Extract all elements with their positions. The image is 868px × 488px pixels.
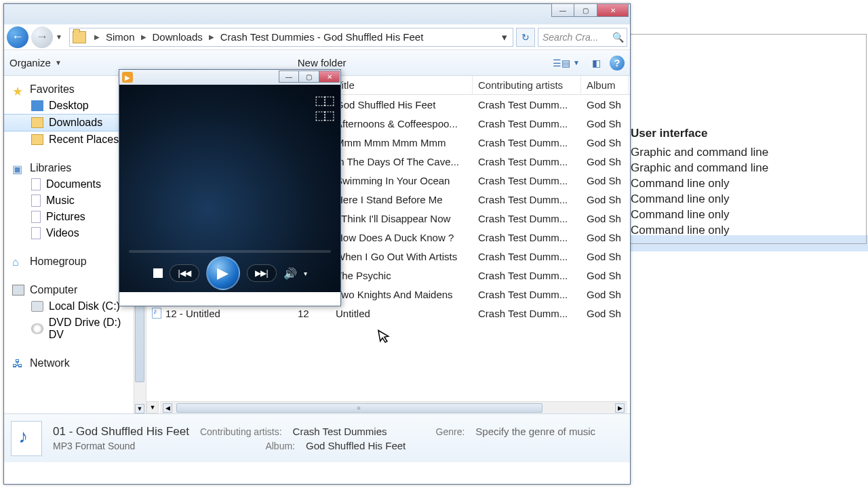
homegroup-icon: ⌂ bbox=[12, 256, 24, 267]
bg-cell: Command line only bbox=[631, 222, 768, 238]
new-folder-button[interactable]: New folder bbox=[67, 57, 347, 68]
file-type-icon bbox=[11, 421, 42, 456]
help-button[interactable]: ? bbox=[610, 56, 625, 70]
details-genre-label: Genre: bbox=[436, 426, 465, 437]
organize-label: Organize bbox=[9, 57, 51, 68]
list-icon: ☰▤ bbox=[553, 58, 570, 68]
horizontal-scrollbar[interactable]: ◀ ≡ ▶ bbox=[160, 401, 627, 413]
table-row[interactable]: 12 - Untitled12UntitledCrash Test Dumm..… bbox=[146, 304, 630, 323]
next-button[interactable]: ▶▶| bbox=[247, 264, 277, 282]
organize-menu[interactable]: Organize ▼ bbox=[9, 57, 62, 68]
mp-minimize-button[interactable]: — bbox=[279, 70, 299, 83]
stop-button[interactable] bbox=[153, 268, 163, 278]
playback-controls: |◀◀ ▶ ▶▶| 🔊 ▾ bbox=[119, 258, 340, 288]
desktop-icon bbox=[31, 100, 43, 111]
media-player-visualization: ⬚⬚⬚⬚ |◀◀ ▶ ▶▶| 🔊 ▾ bbox=[119, 85, 340, 292]
navigation-bar: ← → ▼ ▶ Simon ▶ Downloads ▶ Crash Test D… bbox=[4, 24, 630, 50]
refresh-button[interactable]: ↻ bbox=[516, 28, 535, 47]
bg-cell: Command line only bbox=[631, 207, 768, 222]
window-titlebar[interactable]: — ▢ ✕ bbox=[4, 4, 630, 24]
details-artist-label: Contributing artists: bbox=[200, 426, 282, 437]
wmp-icon: ▶ bbox=[122, 72, 133, 83]
volume-icon[interactable]: 🔊 bbox=[283, 267, 297, 280]
pane-icon: ◧ bbox=[592, 58, 601, 68]
details-filename: 01 - God Shuffled His Feet bbox=[53, 425, 189, 439]
sidebar-dvd-drive[interactable]: DVD Drive (D:) DV bbox=[4, 314, 146, 343]
bg-cell: Command line only bbox=[631, 191, 768, 207]
preview-pane-toggle[interactable]: ◧ bbox=[589, 56, 604, 70]
details-pane: 01 - God Shuffled His Feet Contributing … bbox=[4, 413, 630, 462]
previous-button[interactable]: |◀◀ bbox=[170, 264, 199, 282]
bg-col-header: User interface bbox=[631, 125, 707, 141]
pictures-icon bbox=[31, 211, 41, 223]
seek-bar[interactable] bbox=[129, 250, 331, 253]
scroll-left-arrow[interactable]: ◀ bbox=[163, 403, 172, 413]
computer-icon bbox=[12, 285, 24, 296]
folder-icon bbox=[31, 134, 43, 145]
address-dropdown[interactable]: ▾ bbox=[499, 31, 510, 43]
search-placeholder: Search Cra... bbox=[542, 32, 598, 43]
details-album-value: God Shuffled His Feet bbox=[306, 440, 406, 451]
address-bar[interactable]: ▶ Simon ▶ Downloads ▶ Crash Test Dummies… bbox=[69, 28, 513, 47]
close-button[interactable]: ✕ bbox=[597, 3, 629, 17]
folder-icon bbox=[73, 31, 86, 43]
details-filetype: MP3 Format Sound bbox=[53, 441, 135, 451]
star-icon: ★ bbox=[12, 84, 24, 95]
music-icon bbox=[31, 195, 41, 207]
breadcrumb-item[interactable]: Downloads bbox=[151, 31, 205, 43]
volume-dropdown[interactable]: ▾ bbox=[304, 270, 307, 277]
media-player-window[interactable]: ▶ — ▢ ✕ ⬚⬚⬚⬚ |◀◀ ▶ ▶▶| 🔊 ▾ bbox=[119, 69, 341, 306]
bg-cell: Command line only bbox=[631, 176, 768, 191]
videos-icon bbox=[31, 227, 41, 239]
breadcrumb-sep: ▶ bbox=[90, 33, 104, 41]
breadcrumb-item[interactable]: Crash Test Dummies - God Shuffled His Fe… bbox=[218, 31, 426, 43]
library-icon: ▣ bbox=[12, 163, 24, 174]
bg-cell: Graphic and command line bbox=[631, 144, 768, 160]
dvd-icon bbox=[31, 323, 43, 334]
caret-icon: ▼ bbox=[55, 59, 62, 66]
scroll-down-arrow[interactable]: ▼ bbox=[135, 404, 144, 413]
media-player-titlebar[interactable]: ▶ — ▢ ✕ bbox=[119, 70, 340, 85]
mp-close-button[interactable]: ✕ bbox=[319, 70, 340, 83]
music-file-icon bbox=[152, 308, 161, 319]
scrollbar-thumb[interactable]: ≡ bbox=[176, 403, 542, 413]
folder-icon bbox=[31, 117, 43, 128]
col-artist[interactable]: Contributing artists bbox=[473, 76, 581, 94]
disk-icon bbox=[31, 301, 43, 312]
col-title[interactable]: Title bbox=[330, 76, 473, 94]
breadcrumb-sep: ▶ bbox=[137, 33, 151, 41]
maximize-button[interactable]: ▢ bbox=[574, 3, 597, 17]
history-dropdown[interactable]: ▼ bbox=[56, 33, 66, 41]
forward-button[interactable]: → bbox=[31, 26, 53, 48]
back-button[interactable]: ← bbox=[7, 26, 28, 48]
scroll-corner[interactable]: ▼ bbox=[146, 401, 159, 413]
search-icon: 🔍 bbox=[612, 32, 624, 43]
bg-cell: Graphic and command line bbox=[631, 160, 768, 176]
view-options[interactable]: ☰▤▼ bbox=[549, 56, 583, 70]
details-genre-value[interactable]: Specify the genre of music bbox=[475, 426, 595, 437]
details-album-label: Album: bbox=[265, 441, 295, 451]
sidebar-network[interactable]: 🖧Network bbox=[4, 355, 146, 371]
document-icon bbox=[31, 178, 41, 190]
search-input[interactable]: Search Cra... 🔍 bbox=[538, 28, 627, 47]
bg-table: User interface Graphic and command line … bbox=[631, 125, 768, 238]
mp-maximize-button[interactable]: ▢ bbox=[299, 70, 319, 83]
details-artist-value: Crash Test Dummies bbox=[293, 426, 387, 437]
breadcrumb-sep: ▶ bbox=[205, 33, 218, 41]
fullscreen-icon[interactable]: ⬚⬚⬚⬚ bbox=[315, 93, 332, 123]
scroll-right-arrow[interactable]: ▶ bbox=[615, 403, 625, 413]
col-album[interactable]: Album bbox=[581, 76, 629, 94]
play-button[interactable]: ▶ bbox=[206, 256, 240, 290]
breadcrumb-item[interactable]: Simon bbox=[104, 31, 137, 43]
caret-icon: ▼ bbox=[573, 59, 580, 66]
minimize-button[interactable]: — bbox=[551, 3, 574, 17]
network-icon: 🖧 bbox=[12, 358, 24, 369]
